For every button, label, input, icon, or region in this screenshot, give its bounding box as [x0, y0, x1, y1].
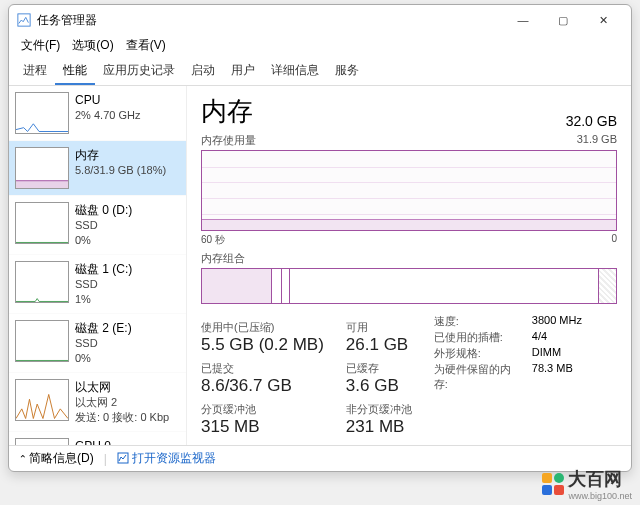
stats: 使用中(已压缩) 5.5 GB (0.2 MB) 已提交 8.6/36.7 GB…: [201, 314, 617, 437]
maximize-button[interactable]: ▢: [543, 5, 583, 35]
monitor-icon: [117, 452, 129, 464]
svg-rect-1: [16, 181, 68, 189]
menu-file[interactable]: 文件(F): [17, 35, 64, 56]
tab-startup[interactable]: 启动: [183, 58, 223, 85]
stat-in-use: 5.5 GB (0.2 MB): [201, 335, 324, 355]
sidebar-item-disk1[interactable]: 磁盘 1 (C:)SSD 1%: [9, 255, 186, 314]
panel-title: 内存: [201, 94, 253, 129]
close-button[interactable]: ✕: [583, 5, 623, 35]
kv-reserved: 78.3 MB: [532, 362, 573, 392]
resource-monitor-link[interactable]: 打开资源监视器: [117, 450, 216, 467]
sidebar[interactable]: CPU2% 4.70 GHz 内存5.8/31.9 GB (18%) 磁盘 0 …: [9, 86, 187, 445]
titlebar[interactable]: 任务管理器 — ▢ ✕: [9, 5, 631, 35]
chevron-up-icon: ⌄: [19, 453, 27, 464]
x-axis-left: 60 秒: [201, 233, 225, 247]
menu-view[interactable]: 查看(V): [122, 35, 170, 56]
thumb-disk0: [15, 202, 69, 244]
usage-max: 31.9 GB: [577, 133, 617, 148]
kv-form: DIMM: [532, 346, 561, 361]
thumb-disk1: [15, 261, 69, 303]
sidebar-item-disk0[interactable]: 磁盘 0 (D:)SSD 0%: [9, 196, 186, 255]
tab-processes[interactable]: 进程: [15, 58, 55, 85]
task-manager-window: 任务管理器 — ▢ ✕ 文件(F) 选项(O) 查看(V) 进程 性能 应用历史…: [8, 4, 632, 472]
sidebar-item-ethernet[interactable]: 以太网以太网 2 发送: 0 接收: 0 Kbp: [9, 373, 186, 432]
detail-panel: 内存 32.0 GB 内存使用量31.9 GB 60 秒0 内存组合 使用中(已…: [187, 86, 631, 445]
content: CPU2% 4.70 GHz 内存5.8/31.9 GB (18%) 磁盘 0 …: [9, 86, 631, 445]
tabs: 进程 性能 应用历史记录 启动 用户 详细信息 服务: [9, 58, 631, 86]
brief-toggle[interactable]: ⌄简略信息(D): [19, 450, 94, 467]
tab-details[interactable]: 详细信息: [263, 58, 327, 85]
menu-options[interactable]: 选项(O): [68, 35, 117, 56]
memory-total: 32.0 GB: [566, 113, 617, 129]
tab-performance[interactable]: 性能: [55, 58, 95, 85]
sidebar-item-memory[interactable]: 内存5.8/31.9 GB (18%): [9, 141, 186, 196]
footer: ⌄简略信息(D) | 打开资源监视器: [9, 445, 631, 471]
composition-label: 内存组合: [201, 251, 245, 266]
thumb-memory: [15, 147, 69, 189]
sidebar-item-cpu[interactable]: CPU2% 4.70 GHz: [9, 86, 186, 141]
thumb-gpu0: [15, 438, 69, 446]
stat-committed: 8.6/36.7 GB: [201, 376, 324, 396]
minimize-button[interactable]: —: [503, 5, 543, 35]
stat-available: 26.1 GB: [346, 335, 412, 355]
sidebar-item-gpu0[interactable]: GPU 0NVIDIA GeForce R1 1% (47 °C): [9, 432, 186, 446]
tab-users[interactable]: 用户: [223, 58, 263, 85]
thumb-ethernet: [15, 379, 69, 421]
kv-speed: 3800 MHz: [532, 314, 582, 329]
memory-properties: 速度:3800 MHz 已使用的插槽:4/4 外形规格:DIMM 为硬件保留的内…: [434, 314, 582, 437]
watermark: 大百网www.big100.net: [542, 467, 632, 501]
app-icon: [17, 13, 31, 27]
usage-label: 内存使用量: [201, 133, 256, 148]
logo-icon: [542, 473, 564, 495]
x-axis-right: 0: [611, 233, 617, 247]
memory-usage-chart: [201, 150, 617, 231]
thumb-cpu: [15, 92, 69, 134]
memory-composition-chart: [201, 268, 617, 304]
stat-cached: 3.6 GB: [346, 376, 412, 396]
thumb-disk2: [15, 320, 69, 362]
window-controls: — ▢ ✕: [503, 5, 623, 35]
window-title: 任务管理器: [37, 12, 503, 29]
tab-app-history[interactable]: 应用历史记录: [95, 58, 183, 85]
stat-paged: 315 MB: [201, 417, 324, 437]
stat-nonpaged: 231 MB: [346, 417, 412, 437]
kv-slots: 4/4: [532, 330, 547, 345]
menubar: 文件(F) 选项(O) 查看(V): [9, 35, 631, 58]
sidebar-item-disk2[interactable]: 磁盘 2 (E:)SSD 0%: [9, 314, 186, 373]
svg-rect-6: [118, 453, 128, 463]
tab-services[interactable]: 服务: [327, 58, 367, 85]
